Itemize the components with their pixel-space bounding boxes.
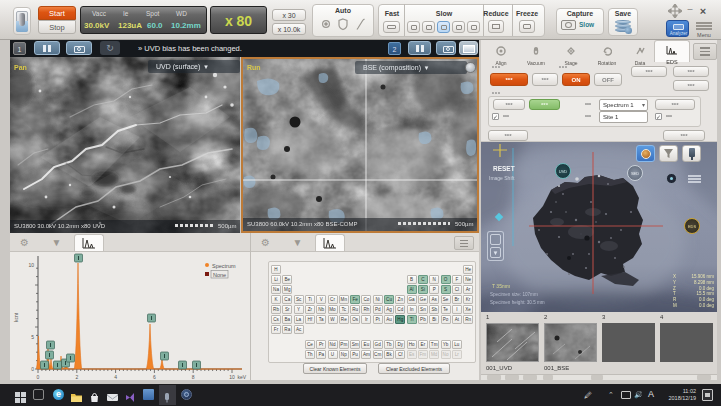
svg-text:0: 0 bbox=[31, 366, 34, 372]
svg-text:Spectrum: Spectrum bbox=[212, 263, 236, 269]
svg-text:5: 5 bbox=[31, 334, 34, 340]
svg-text:None: None bbox=[213, 272, 226, 278]
svg-text:10: 10 bbox=[28, 262, 34, 268]
svg-text:kcnt: kcnt bbox=[13, 312, 19, 322]
